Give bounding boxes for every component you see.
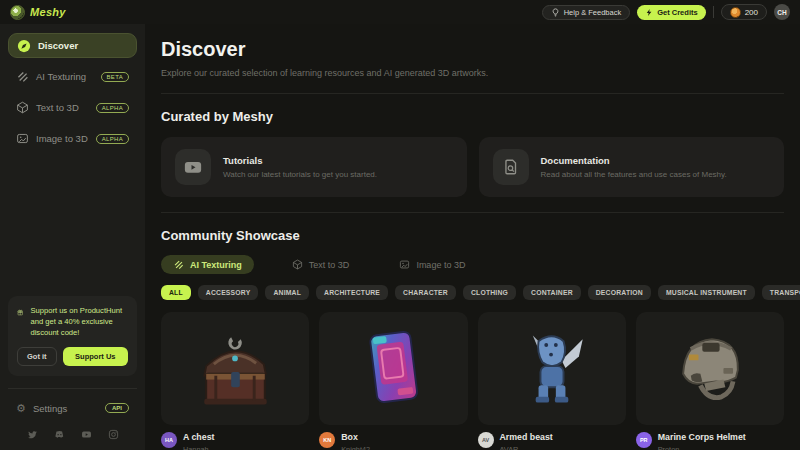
filter-chip-all[interactable]: ALL — [161, 285, 191, 300]
sidebar-item-label: Text to 3D — [36, 102, 79, 113]
documentation-card[interactable]: Documentation Read about all the feature… — [479, 137, 785, 197]
credits-coin-icon — [730, 7, 741, 18]
artwork-card: HA A chest Hannah — [161, 312, 309, 450]
filter-chip-transportation[interactable]: TRANSPORTATION — [762, 285, 800, 300]
curated-card-desc: Read about all the features and use case… — [541, 170, 727, 179]
tab-label: AI Texturing — [190, 260, 242, 270]
user-avatar[interactable]: CH — [774, 4, 790, 20]
instagram-icon[interactable] — [108, 429, 119, 440]
section-divider — [161, 212, 784, 213]
avatar[interactable]: PR — [636, 432, 652, 448]
sidebar-item-label: AI Texturing — [36, 71, 86, 82]
logo-text: Meshy — [30, 6, 66, 18]
cube-icon — [292, 259, 303, 270]
support-us-button[interactable]: Support Us — [63, 347, 128, 366]
tab-text-to-3d[interactable]: Text to 3D — [280, 255, 362, 274]
category-filters: ALL ACCESSORY ANIMAL ARCHITECTURE CHARAC… — [161, 285, 784, 300]
tab-label: Text to 3D — [309, 260, 350, 270]
promo-card: Support us on ProductHunt and get a 40% … — [8, 296, 137, 376]
meshy-logo-icon — [10, 5, 25, 20]
api-badge: API — [105, 403, 129, 413]
social-links — [8, 419, 137, 444]
youtube-icon[interactable] — [81, 429, 92, 440]
page-title: Discover — [161, 38, 784, 61]
image-icon — [399, 259, 410, 270]
tutorials-card[interactable]: Tutorials Watch our latest tutorials to … — [161, 137, 467, 197]
curated-card-title: Tutorials — [223, 155, 377, 166]
page-subtitle: Explore our curated selection of learnin… — [161, 68, 784, 78]
artwork-image-box[interactable] — [319, 312, 467, 425]
artwork-title[interactable]: A chest — [183, 432, 214, 442]
get-credits-button[interactable]: Get Credits — [637, 5, 705, 20]
youtube-play-icon — [175, 149, 211, 185]
artwork-image-helmet[interactable] — [636, 312, 784, 425]
filter-chip-animal[interactable]: ANIMAL — [265, 285, 309, 300]
artwork-image-armed-beast[interactable] — [478, 312, 626, 425]
section-divider — [161, 93, 784, 94]
lightning-bolt-icon — [645, 8, 653, 17]
sidebar-item-image-to-3d[interactable]: Image to 3D ALPHA — [8, 126, 137, 151]
top-bar: Meshy Help & Feedback Get Credits 200 CH — [0, 0, 800, 24]
avatar[interactable]: HA — [161, 432, 177, 448]
sidebar-item-ai-texturing[interactable]: AI Texturing BETA — [8, 64, 137, 89]
texture-stripes-icon — [173, 259, 184, 270]
texture-stripes-icon — [16, 70, 29, 83]
artwork-image-chest[interactable] — [161, 312, 309, 425]
main-content: Discover Explore our curated selection o… — [145, 24, 800, 450]
tab-ai-texturing[interactable]: AI Texturing — [161, 255, 254, 274]
get-credits-label: Get Credits — [657, 8, 697, 17]
got-it-button[interactable]: Got it — [17, 347, 57, 366]
filter-chip-character[interactable]: CHARACTER — [395, 285, 456, 300]
showcase-tabs: AI Texturing Text to 3D Image to 3D — [161, 255, 784, 274]
sidebar-divider — [8, 388, 137, 389]
curated-card-title: Documentation — [541, 155, 727, 166]
compass-icon — [17, 39, 31, 53]
avatar[interactable]: AV — [478, 432, 494, 448]
sidebar-item-text-to-3d[interactable]: Text to 3D ALPHA — [8, 95, 137, 120]
filter-chip-accessory[interactable]: ACCESSORY — [198, 285, 259, 300]
gift-icon — [17, 305, 23, 320]
filter-chip-clothing[interactable]: CLOTHING — [463, 285, 516, 300]
help-feedback-button[interactable]: Help & Feedback — [542, 5, 631, 20]
document-search-icon — [493, 149, 529, 185]
avatar[interactable]: KN — [319, 432, 335, 448]
credits-pill[interactable]: 200 — [721, 4, 767, 20]
artwork-title[interactable]: Box — [341, 432, 370, 442]
tab-label: Image to 3D — [416, 260, 465, 270]
sidebar-item-label: Discover — [38, 40, 78, 51]
topbar-divider — [713, 6, 714, 18]
artwork-title[interactable]: Marine Corps Helmet — [658, 432, 746, 442]
artwork-author: Proton — [658, 445, 746, 450]
curated-card-desc: Watch our latest tutorials to get you st… — [223, 170, 377, 179]
artwork-card: KN Box Knight42 — [319, 312, 467, 450]
twitter-icon[interactable] — [27, 429, 38, 440]
artwork-author: AVAR — [500, 445, 553, 450]
alpha-badge: ALPHA — [96, 103, 129, 113]
lightbulb-icon — [551, 8, 560, 17]
app-logo[interactable]: Meshy — [10, 5, 66, 20]
section-heading-curated: Curated by Meshy — [161, 109, 784, 124]
filter-chip-musical-instrument[interactable]: MUSICAL INSTRUMENT — [658, 285, 755, 300]
artwork-card: AV Armed beast AVAR — [478, 312, 626, 450]
gear-icon: ⚙ — [16, 402, 26, 415]
promo-text: Support us on ProductHunt and get a 40% … — [30, 305, 128, 338]
artwork-grid: HA A chest Hannah — [161, 312, 784, 450]
tab-image-to-3d[interactable]: Image to 3D — [387, 255, 477, 274]
alpha-badge: ALPHA — [96, 134, 129, 144]
help-feedback-label: Help & Feedback — [564, 8, 622, 17]
credits-count: 200 — [745, 8, 758, 17]
filter-chip-architecture[interactable]: ARCHITECTURE — [316, 285, 388, 300]
artwork-author: Hannah — [183, 445, 214, 450]
filter-chip-container[interactable]: CONTAINER — [523, 285, 581, 300]
discord-icon[interactable] — [54, 429, 65, 440]
sidebar-item-label: Image to 3D — [36, 133, 88, 144]
filter-chip-decoration[interactable]: DECORATION — [588, 285, 651, 300]
artwork-card: PR Marine Corps Helmet Proton — [636, 312, 784, 450]
artwork-title[interactable]: Armed beast — [500, 432, 553, 442]
sidebar: Discover AI Texturing BETA Text to 3D AL… — [0, 24, 145, 450]
sidebar-item-settings[interactable]: ⚙ Settings API — [8, 397, 137, 419]
artwork-author: Knight42 — [341, 445, 370, 450]
sidebar-item-discover[interactable]: Discover — [8, 33, 137, 58]
beta-badge: BETA — [101, 72, 129, 82]
settings-label: Settings — [33, 403, 67, 414]
